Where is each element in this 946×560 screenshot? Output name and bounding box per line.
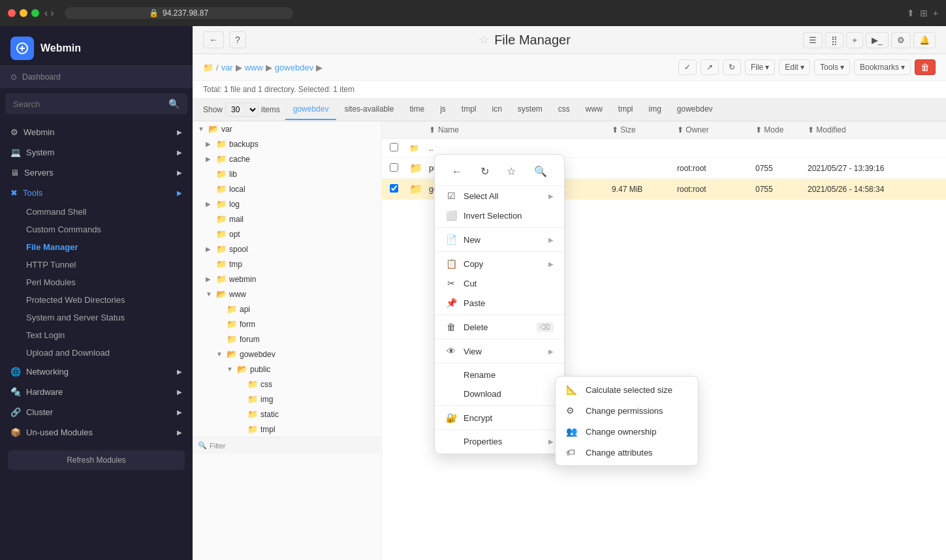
sidebar-item-system-server-status[interactable]: System and Server Status xyxy=(21,309,193,326)
forward-button[interactable]: › xyxy=(50,7,54,19)
refresh-modules-button[interactable]: Refresh Modules xyxy=(8,450,185,470)
filter-button[interactable]: ☰ xyxy=(803,32,823,48)
name-col-header[interactable]: ⬆ Name xyxy=(429,125,612,134)
sidebar-item-perl-modules[interactable]: Perl Modules xyxy=(21,273,193,291)
tree-item-gowebdev[interactable]: ▼ 📂 gowebdev xyxy=(193,347,381,362)
tab-system[interactable]: system xyxy=(510,99,550,120)
sidebar-item-command-shell[interactable]: Command Shell xyxy=(21,203,193,221)
tab-icn[interactable]: icn xyxy=(484,99,509,120)
ctx-refresh-button[interactable]: ↻ xyxy=(475,163,494,180)
tree-item-img[interactable]: 📁 img xyxy=(193,392,381,407)
tab-gowebdev-2[interactable]: gowebdev xyxy=(669,99,721,120)
back-nav-button[interactable]: ← xyxy=(203,31,224,48)
tree-item-api[interactable]: 📁 api xyxy=(193,302,381,317)
favorite-icon[interactable]: ☆ xyxy=(479,33,489,47)
dashboard-tab[interactable]: ⊙ Dashboard xyxy=(0,66,193,88)
sidebar-item-servers[interactable]: 🖥 Servers ▶ xyxy=(0,163,193,183)
search-input[interactable] xyxy=(13,99,168,109)
delete-button[interactable]: 🗑 xyxy=(915,59,936,75)
tree-item-form[interactable]: 📁 form xyxy=(193,317,381,332)
submenu-calc-size[interactable]: 📐 Calculate selected size xyxy=(556,379,698,400)
items-per-page-select[interactable]: 3050100 xyxy=(225,102,259,117)
modified-col-header[interactable]: ⬆ Modified xyxy=(808,125,938,134)
close-button[interactable] xyxy=(8,9,16,17)
breadcrumb-var[interactable]: var xyxy=(221,63,233,72)
ctx-back-button[interactable]: ← xyxy=(447,163,467,180)
sidebar-item-networking[interactable]: 🌐 Networking ▶ xyxy=(0,362,193,382)
context-menu-invert-selection[interactable]: ⬜ Invert Selection xyxy=(435,206,564,225)
refresh-button[interactable]: ↻ xyxy=(723,59,741,75)
context-menu-new[interactable]: 📄 New ▶ xyxy=(435,230,564,249)
tree-item-local[interactable]: 📁 local xyxy=(193,181,381,196)
export-button[interactable]: ↗ xyxy=(701,59,719,75)
sidebar-item-protected-web[interactable]: Protected Web Directories xyxy=(21,291,193,309)
sidebar-item-unused-modules[interactable]: 📦 Un-used Modules ▶ xyxy=(0,422,193,443)
terminal-button[interactable]: ▶_ xyxy=(866,32,889,48)
sidebar-item-system[interactable]: 💻 System ▶ xyxy=(0,142,193,163)
tree-item-log[interactable]: ▶ 📁 log xyxy=(193,196,381,211)
tools-menu[interactable]: Tools ▾ xyxy=(814,59,850,75)
submenu-change-ownership[interactable]: 👥 Change ownership xyxy=(556,421,698,442)
tree-item-mail[interactable]: 📁 mail xyxy=(193,211,381,226)
breadcrumb-www[interactable]: www xyxy=(245,63,263,72)
tree-item-spool[interactable]: ▶ 📁 spool xyxy=(193,241,381,257)
context-menu-paste[interactable]: 📌 Paste xyxy=(435,293,564,313)
sidebar-item-hardware[interactable]: 🔩 Hardware ▶ xyxy=(0,382,193,402)
owner-col-header[interactable]: ⬆ Owner xyxy=(677,125,755,134)
tree-item-backups[interactable]: ▶ 📁 backups xyxy=(193,136,381,151)
sidebar-item-custom-commands[interactable]: Custom Commands xyxy=(21,221,193,238)
submenu-change-attributes[interactable]: 🏷 Change attributes xyxy=(556,442,698,463)
tree-item-lib[interactable]: 📁 lib xyxy=(193,166,381,181)
tree-item-public[interactable]: ▼ 📂 public xyxy=(193,362,381,377)
tab-sites-available[interactable]: sites-available xyxy=(336,99,402,120)
notification-button[interactable]: 🔔 xyxy=(913,32,936,48)
bookmarks-menu[interactable]: Bookmarks ▾ xyxy=(854,59,911,75)
sidebar-item-cluster[interactable]: 🔗 Cluster ▶ xyxy=(0,402,193,422)
tab-www[interactable]: www xyxy=(578,99,610,120)
context-menu-copy[interactable]: 📋 Copy ▶ xyxy=(435,254,564,273)
ctx-search-button[interactable]: 🔍 xyxy=(529,163,552,180)
tab-time[interactable]: time xyxy=(402,99,432,120)
check-button[interactable]: ✓ xyxy=(678,59,697,75)
add-button[interactable]: + xyxy=(933,8,938,18)
share-button[interactable]: ⬆ xyxy=(907,8,915,18)
columns-button[interactable]: ⣿ xyxy=(825,32,844,48)
tree-item-static[interactable]: 📁 static xyxy=(193,407,381,422)
context-menu-view[interactable]: 👁 View ▶ xyxy=(435,341,564,361)
row-checkbox[interactable] xyxy=(390,163,398,172)
context-menu-cut[interactable]: ✂ Cut xyxy=(435,273,564,293)
edit-menu[interactable]: Edit ▾ xyxy=(779,59,810,75)
context-menu-encrypt[interactable]: 🔐 Encrypt xyxy=(435,408,564,428)
tree-item-forum[interactable]: 📁 forum xyxy=(193,332,381,347)
tree-item-var[interactable]: ▼ 📂 var xyxy=(193,121,381,136)
add-button[interactable]: + xyxy=(846,32,863,48)
new-tab-button[interactable]: ⊞ xyxy=(920,8,928,18)
context-menu-delete[interactable]: 🗑 Delete ⌫ xyxy=(435,317,564,337)
sidebar-item-file-manager[interactable]: File Manager xyxy=(21,238,193,256)
maximize-button[interactable] xyxy=(31,9,39,17)
context-menu-download[interactable]: Download xyxy=(435,384,564,403)
mode-col-header[interactable]: ⬆ Mode xyxy=(755,125,808,134)
sidebar-item-tools[interactable]: ✖ Tools ▶ xyxy=(0,183,193,203)
file-menu[interactable]: File ▾ xyxy=(745,59,775,75)
help-button[interactable]: ? xyxy=(229,31,246,48)
tab-css[interactable]: css xyxy=(550,99,578,120)
tree-item-www[interactable]: ▼ 📂 www xyxy=(193,287,381,302)
tab-img[interactable]: img xyxy=(641,99,669,120)
tree-item-opt[interactable]: 📁 opt xyxy=(193,226,381,241)
tree-item-css[interactable]: 📁 css xyxy=(193,377,381,392)
tab-gowebdev-1[interactable]: gowebdev xyxy=(285,99,337,120)
row-checkbox[interactable] xyxy=(390,143,398,151)
sidebar-item-text-login[interactable]: Text Login xyxy=(21,326,193,344)
submenu-change-permissions[interactable]: ⚙ Change permissions xyxy=(556,400,698,421)
context-menu-select-all[interactable]: ☑ Select All ▶ xyxy=(435,186,564,206)
tab-tmpl-1[interactable]: tmpl xyxy=(454,99,484,120)
breadcrumb-gowebdev[interactable]: gowebdev xyxy=(275,63,313,72)
size-col-header[interactable]: ⬆ Size xyxy=(612,125,677,134)
minimize-button[interactable] xyxy=(20,9,27,17)
sidebar-item-webmin[interactable]: ⚙ Webmin ▶ xyxy=(0,122,193,142)
tree-item-tmpl[interactable]: 📁 tmpl xyxy=(193,422,381,437)
back-button[interactable]: ‹ xyxy=(44,7,48,19)
context-menu-properties[interactable]: Properties ▶ xyxy=(435,432,564,451)
tab-js[interactable]: js xyxy=(432,99,454,120)
